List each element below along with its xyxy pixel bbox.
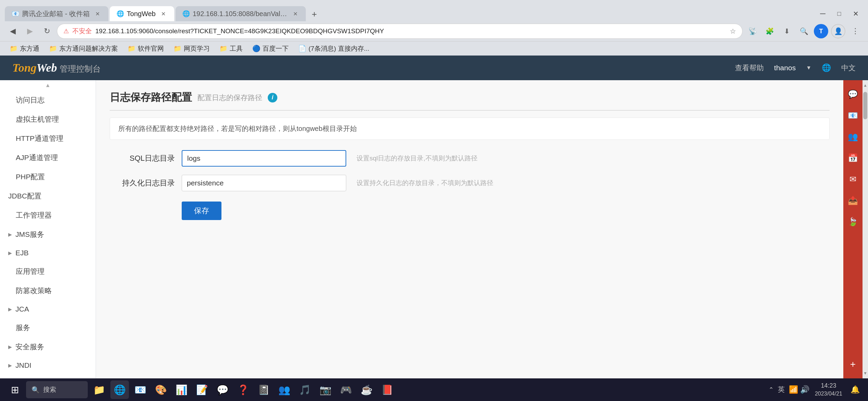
right-icon-6[interactable]: 📤 [846,193,860,208]
tray-up-arrow[interactable]: ⌃ [769,386,774,393]
tongweb-tab-close[interactable]: ✕ [160,10,167,17]
reload-button[interactable]: ↻ [40,24,54,38]
forward-button[interactable]: ▶ [23,24,37,38]
tab-email[interactable]: 📧 腾讯企业邮箱 - 收件箱 ✕ [5,6,108,21]
header-lang-icon: 🌐 [822,63,831,72]
new-tab-button[interactable]: + [307,7,322,21]
header-user-arrow[interactable]: ▼ [806,65,811,71]
right-icon-1[interactable]: 💬 [846,87,860,101]
sidebar-item-access-log[interactable]: 访问日志 [0,90,96,110]
scrollbar-up[interactable]: ▲ [863,80,868,90]
right-icon-7[interactable]: 🍃 [846,215,860,229]
header-lang[interactable]: 中文 [841,63,856,73]
taskbar-icon-question[interactable]: ❓ [234,380,252,399]
bookmark-direct-mem[interactable]: 📄 (7条消息) 直接内存... [294,43,373,54]
tab-bean-validate[interactable]: 🌐 192.168.1.105:8088/beanValidat... ✕ [176,6,306,21]
jndi-arrow: ▶ [8,363,12,368]
sidebar-item-jca[interactable]: ▶ JCA [0,300,96,318]
taskbar-icon-teams[interactable]: 👥 [275,380,293,399]
taskbar-icon-onenote[interactable]: 📓 [254,380,273,399]
right-icon-2[interactable]: 📧 [846,108,860,123]
taskbar-icon-excel[interactable]: 📊 [172,380,191,399]
profile-button2[interactable]: 👤 [831,24,845,38]
bookmark-web-learn[interactable]: 📁 网页学习 [169,43,214,54]
taskbar-icon-word[interactable]: 📝 [193,380,211,399]
right-icon-5[interactable]: ✉ [846,172,860,186]
sidebar-item-app-mgmt[interactable]: 应用管理 [0,262,96,281]
notification-button[interactable]: 🔔 [848,385,863,394]
taskbar-icon-coffee[interactable]: ☕ [357,380,376,399]
taskbar-icon-acrobat[interactable]: 📕 [378,380,396,399]
tab-tongweb[interactable]: 🌐 TongWeb ✕ [110,6,174,21]
right-icon-plus[interactable]: + [846,357,860,372]
close-window-button[interactable]: ✕ [848,6,863,21]
taskbar-icon-mail[interactable]: 📧 [131,380,149,399]
sql-log-label: SQL日志目录 [110,153,175,163]
sidebar-item-javamail[interactable]: JavaMail配置 [0,374,96,378]
sql-log-hint: 设置sql日志的存放目录,不填则为默认路径 [357,154,478,163]
taskbar-icon-paint[interactable]: 🎨 [152,380,170,399]
right-icon-3[interactable]: 👥 [846,130,860,144]
bookmark-baidu-icon: 🔵 [252,45,261,52]
app-logo: Tong Web 管理控制台 [12,61,101,74]
tray-network[interactable]: 📶 [789,385,798,394]
taskbar-icon-game[interactable]: 🎮 [337,380,355,399]
back-button[interactable]: ◀ [5,24,20,38]
tray-lang[interactable]: 英 [776,384,787,396]
taskbar-icon-wechat[interactable]: 💬 [213,380,232,399]
task-mgr-label: 工作管理器 [16,210,52,220]
zoom-button[interactable]: 🔍 [797,24,811,38]
taskbar-icon-music[interactable]: 🎵 [296,380,314,399]
sidebar-scroll-up[interactable]: ▲ [0,80,96,90]
menu-button[interactable]: ⋮ [848,24,863,38]
sidebar-item-jms[interactable]: ▶ JMS服务 [0,225,96,244]
minimize-button[interactable]: ─ [815,6,830,21]
downloads-button[interactable]: ⬇ [780,24,794,38]
bean-tab-close[interactable]: ✕ [292,10,299,17]
bookmark-dongfang-solution[interactable]: 📁 东方通问题解决方案 [45,43,122,54]
clock-display[interactable]: 14:23 2023/04/21 [811,381,846,398]
profile-button[interactable]: T [814,24,828,38]
sidebar-item-ejb[interactable]: ▶ EJB [0,244,96,262]
maximize-button[interactable]: □ [832,6,847,21]
right-sidebar: 💬 📧 👥 📅 ✉ 📤 🍃 + [843,80,863,378]
bookmark-tools[interactable]: 📁 工具 [215,43,247,54]
clock-time: 14:23 [815,381,842,390]
bookmark-star-icon[interactable]: ☆ [730,27,736,35]
right-icon-4[interactable]: 📅 [846,151,860,165]
start-button[interactable]: ⊞ [5,380,24,399]
sidebar-item-security[interactable]: ▶ 安全服务 [0,337,96,356]
address-bar[interactable]: ⚠ 不安全 192.168.1.105:9060/console/rest?TI… [57,24,743,39]
sidebar-item-ajp-channel[interactable]: AJP通道管理 [0,148,96,167]
sql-log-input[interactable] [182,150,346,167]
sidebar-item-anti-tamper[interactable]: 防篡改策略 [0,281,96,300]
sidebar-item-jndi[interactable]: ▶ JNDI [0,356,96,374]
scrollbar-thumb[interactable] [863,92,867,119]
sidebar-item-http-channel[interactable]: HTTP通道管理 [0,129,96,148]
tray-volume[interactable]: 🔊 [800,385,809,394]
taskbar-icon-camera[interactable]: 📷 [316,380,335,399]
bookmark-software[interactable]: 📁 软件官网 [123,43,168,54]
main-scrollbar[interactable]: ▲ ▼ [863,80,868,378]
app-area: Tong Web 管理控制台 查看帮助 thanos ▼ 🌐 中文 ▲ 访问日志… [0,56,868,378]
taskbar-icon-files[interactable]: 📁 [90,380,108,399]
sidebar-item-php[interactable]: PHP配置 [0,167,96,186]
save-button[interactable]: 保存 [182,202,221,220]
sidebar-item-service[interactable]: 服务 [0,318,96,337]
logo-tong: Tong [12,61,37,74]
sidebar-item-jdbc[interactable]: JDBC配置 [0,186,96,206]
extensions-button[interactable]: 🧩 [762,24,777,38]
scrollbar-down[interactable]: ▼ [863,368,868,378]
bookmark-baidu[interactable]: 🔵 百度一下 [248,43,293,54]
header-help-link[interactable]: 查看帮助 [735,63,764,73]
bookmark-dongfangtong[interactable]: 📁 东方通 [5,43,44,54]
persist-log-input[interactable] [182,175,346,191]
cast-button[interactable]: 📡 [745,24,760,38]
sidebar-item-vhost[interactable]: 虚拟主机管理 [0,110,96,129]
email-tab-close[interactable]: ✕ [94,10,101,17]
sidebar-item-task-mgr[interactable]: 工作管理器 [0,206,96,225]
taskbar-search[interactable]: 🔍 搜索 [26,381,88,398]
info-icon-btn[interactable]: i [268,93,277,102]
jndi-label: JNDI [15,361,32,369]
taskbar-icon-edge[interactable]: 🌐 [110,380,129,399]
